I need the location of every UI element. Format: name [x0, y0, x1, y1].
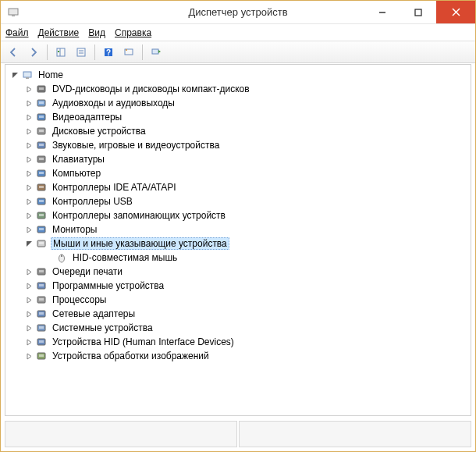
svg-rect-38 [39, 214, 44, 216]
svg-rect-26 [39, 130, 44, 132]
tree-node[interactable]: Звуковые, игровые и видеоустройства [5, 138, 471, 152]
tree-node[interactable]: Клавиатуры [5, 152, 471, 166]
expand-arrow-icon[interactable] [24, 281, 34, 290]
app-icon [7, 6, 20, 19]
expand-arrow-icon[interactable] [24, 295, 34, 304]
tree-node-label: Дисковые устройства [51, 126, 147, 137]
properties-button[interactable] [72, 44, 91, 61]
expand-arrow-icon[interactable] [10, 70, 20, 80]
expand-arrow-icon[interactable] [24, 183, 34, 192]
maximize-button[interactable] [400, 1, 436, 23]
tree-node-label: Устройства HID (Human Interface Devices) [51, 336, 236, 347]
expand-arrow-icon[interactable] [24, 351, 34, 361]
tree-node[interactable]: Устройства HID (Human Interface Devices) [5, 335, 471, 349]
svg-rect-42 [39, 242, 44, 244]
expand-arrow-icon[interactable] [24, 84, 34, 94]
expand-arrow-icon[interactable] [24, 225, 34, 234]
close-button[interactable] [436, 1, 475, 23]
title-bar: Диспетчер устройств [1, 1, 475, 24]
svg-text:?: ? [106, 48, 111, 57]
tree-node[interactable]: Аудиовходы и аудиовыходы [5, 96, 471, 110]
minimize-button[interactable] [364, 1, 400, 23]
menu-view[interactable]: Вид [88, 27, 105, 38]
expand-arrow-icon[interactable] [24, 239, 34, 248]
svg-rect-30 [39, 158, 44, 160]
svg-rect-48 [39, 284, 44, 287]
expand-arrow-icon[interactable] [24, 112, 34, 122]
tree-node[interactable]: Процессоры [5, 293, 471, 307]
show-hide-tree-button[interactable] [52, 44, 70, 61]
tree-node[interactable]: Контроллеры запоминающих устройств [5, 208, 471, 222]
forward-button[interactable] [24, 44, 43, 61]
device-category-icon [35, 195, 48, 208]
tree-root-node[interactable]: Home [5, 68, 471, 82]
expand-arrow-icon[interactable] [24, 323, 34, 333]
device-category-icon [35, 322, 48, 334]
tree-node-label: Контроллеры USB [51, 196, 134, 207]
svg-rect-3 [415, 9, 421, 16]
help-button[interactable]: ? [99, 44, 118, 61]
menu-file[interactable]: Файл [5, 27, 29, 38]
device-category-icon [35, 181, 48, 194]
tree-node[interactable]: Сетевые адаптеры [5, 307, 471, 321]
svg-rect-40 [39, 228, 44, 230]
tree-child-node[interactable]: HID-совместимая мышь [5, 251, 471, 265]
tree-node[interactable]: Мониторы [5, 222, 471, 237]
tree-node-label: Контроллеры IDE ATA/ATAPI [51, 182, 178, 193]
device-category-icon [35, 237, 48, 250]
device-category-icon [35, 83, 48, 95]
svg-rect-18 [26, 77, 29, 79]
device-tree[interactable]: HomeDVD-дисководы и дисководы компакт-ди… [5, 64, 471, 416]
toolbar-separator [94, 44, 95, 60]
tree-node[interactable]: Очереди печати [5, 265, 471, 279]
back-button[interactable] [4, 44, 23, 61]
tree-node-label: Компьютер [51, 168, 102, 179]
tree-node[interactable]: Мыши и иные указывающие устройства [5, 237, 471, 251]
device-category-icon [35, 223, 48, 236]
svg-rect-0 [9, 9, 18, 15]
expand-arrow-icon[interactable] [24, 309, 34, 319]
expand-arrow-icon[interactable] [24, 155, 34, 164]
tree-node[interactable]: DVD-дисководы и дисководы компакт-дисков [5, 82, 471, 96]
expand-arrow-icon[interactable] [24, 169, 34, 178]
status-cell [5, 421, 237, 447]
window-buttons [364, 1, 475, 23]
expand-arrow-icon[interactable] [24, 337, 34, 347]
device-category-icon [35, 111, 48, 123]
expand-arrow-icon[interactable] [24, 126, 34, 136]
device-category-icon [35, 308, 48, 320]
tree-node-label: Процессоры [51, 294, 108, 305]
tree-node[interactable]: Устройства обработки изображений [5, 349, 471, 363]
tree-node[interactable]: Системные устройства [5, 321, 471, 335]
svg-rect-24 [39, 116, 44, 118]
svg-rect-34 [39, 186, 44, 188]
menu-help[interactable]: Справка [115, 27, 151, 38]
computer-icon [21, 69, 34, 81]
svg-rect-32 [39, 172, 44, 174]
refresh-button[interactable] [147, 44, 165, 61]
svg-rect-20 [39, 87, 44, 90]
expand-arrow-icon[interactable] [24, 267, 34, 276]
device-category-icon [35, 153, 48, 165]
tree-node[interactable]: Компьютер [5, 166, 471, 180]
expand-arrow-icon[interactable] [24, 211, 34, 220]
device-category-icon [35, 294, 48, 306]
tree-node[interactable]: Контроллеры IDE ATA/ATAPI [5, 180, 471, 194]
tree-node[interactable]: Программные устройства [5, 279, 471, 293]
tree-node-label: Home [37, 69, 65, 80]
status-bar [5, 421, 471, 447]
expand-arrow-icon[interactable] [24, 197, 34, 206]
tree-node-label: Системные устройства [51, 322, 155, 333]
tree-node[interactable]: Дисковые устройства [5, 124, 471, 138]
scan-hardware-button[interactable] [119, 44, 138, 61]
tree-node[interactable]: Видеоадаптеры [5, 110, 471, 124]
tree-node-label: Звуковые, игровые и видеоустройства [51, 140, 221, 151]
menu-action[interactable]: Действие [38, 27, 80, 38]
svg-rect-54 [39, 326, 44, 329]
expand-arrow-icon[interactable] [24, 141, 34, 150]
expand-arrow-icon[interactable] [24, 98, 34, 108]
tree-node-label: Аудиовходы и аудиовыходы [51, 98, 176, 109]
svg-rect-9 [77, 48, 85, 56]
device-category-icon [35, 265, 48, 278]
tree-node[interactable]: Контроллеры USB [5, 194, 471, 208]
